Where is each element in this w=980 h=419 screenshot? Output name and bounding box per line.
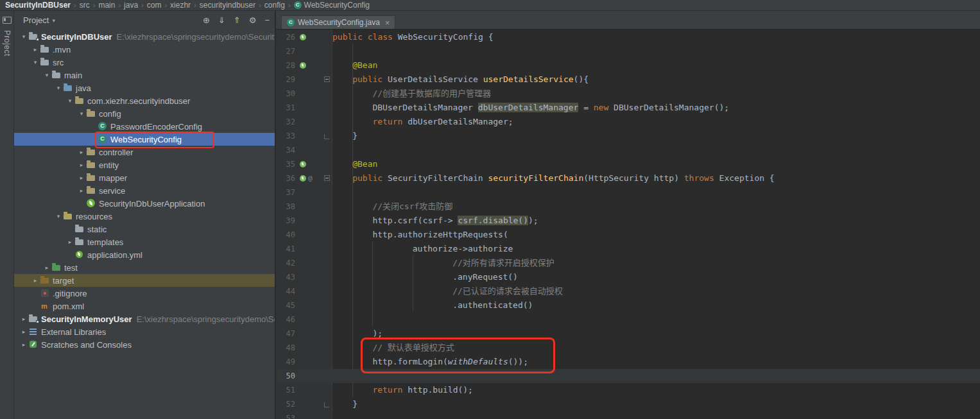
code-text[interactable]: // 默认表单授权方式 <box>332 341 980 355</box>
tree-item-passwordencoderconfig[interactable]: CPasswordEncoderConfig <box>14 120 275 133</box>
code-text[interactable] <box>332 312 980 327</box>
code-text[interactable]: @Bean <box>332 157 980 171</box>
code-text[interactable]: authorize->authorize <box>332 242 980 256</box>
chevron-right-icon[interactable]: ▸ <box>31 46 40 53</box>
code-text[interactable] <box>332 44 980 58</box>
breadcrumb-item-websecurityconfig[interactable]: CWebSecurityConfig <box>294 1 370 10</box>
chevron-right-icon[interactable]: ▸ <box>65 239 74 245</box>
tree-item-scratches-and-consoles[interactable]: ▸Scratches and Consoles <box>14 338 275 351</box>
code-text[interactable]: } <box>332 129 980 143</box>
code-text[interactable] <box>332 143 980 157</box>
code-text[interactable]: public class WebSecurityConfig { <box>332 30 980 44</box>
tree-item-pom-xml[interactable]: mpom.xml <box>14 300 275 312</box>
chevron-right-icon[interactable]: ▸ <box>77 162 86 168</box>
code-text[interactable]: DBUserDetailsManager dbUserDetailsManage… <box>332 101 980 115</box>
code-text[interactable]: //创建基于数据库的用户管理器 <box>332 87 980 101</box>
fold-minus-icon[interactable] <box>324 175 330 181</box>
tree-item-mapper[interactable]: ▸mapper <box>14 171 275 184</box>
chevron-right-icon[interactable]: ▸ <box>19 341 28 348</box>
chevron-down-icon[interactable]: ▾ <box>42 72 51 78</box>
tree-item-resources[interactable]: ▾resources <box>14 210 275 223</box>
tree-item-mvn[interactable]: ▸.mvn <box>14 43 275 56</box>
chevron-right-icon[interactable]: ▸ <box>31 277 40 284</box>
fold-end-icon[interactable] <box>324 402 329 407</box>
tab-websecurityconfig-java[interactable]: C WebSecurityConfig.java × <box>281 15 395 29</box>
code-text[interactable]: public SecurityFilterChain securityFilte… <box>332 171 980 185</box>
tree-item-controller[interactable]: ▸controller <box>14 146 275 158</box>
tree-item-target[interactable]: ▸target <box>14 274 275 287</box>
spring-bean-gutter-icon[interactable] <box>300 62 306 69</box>
fold-minus-icon[interactable] <box>324 76 330 82</box>
chevron-right-icon[interactable]: ▸ <box>77 149 86 155</box>
chevron-right-icon[interactable]: ▸ <box>42 264 51 271</box>
code-text[interactable] <box>332 185 980 200</box>
chevron-right-icon[interactable]: ▸ <box>19 316 28 322</box>
tree-item-application-yml[interactable]: application.yml <box>14 248 275 261</box>
code-text[interactable]: .anyRequest() <box>332 270 980 284</box>
tree-item-service[interactable]: ▸service <box>14 184 275 197</box>
spring-bean-gutter-icon[interactable] <box>300 175 306 182</box>
tree-item-test[interactable]: ▸test <box>14 261 275 274</box>
tree-item-static[interactable]: static <box>14 223 275 235</box>
breadcrumb-item-securityindbuser[interactable]: securityindbuser <box>200 1 255 10</box>
chevron-down-icon[interactable]: ▾ <box>54 213 63 219</box>
breadcrumb-item-src[interactable]: src <box>80 1 90 10</box>
chevron-right-icon[interactable]: ▸ <box>77 175 86 181</box>
expand-all-icon[interactable]: ⇓ <box>218 15 225 25</box>
tree-item-java[interactable]: ▾java <box>14 81 275 94</box>
chevron-right-icon[interactable]: ▸ <box>19 329 28 335</box>
breadcrumb-item-securityindbuser[interactable]: SecurityInDBUser <box>5 1 71 10</box>
spring-bean-gutter-icon[interactable] <box>300 34 306 40</box>
chevron-down-icon[interactable]: ▾ <box>31 59 40 65</box>
code-editor[interactable]: 26public class WebSecurityConfig {2728@B… <box>276 30 980 419</box>
code-text[interactable] <box>332 411 980 419</box>
tree-item-templates[interactable]: ▸templates <box>14 235 275 248</box>
code-text[interactable]: http.csrf(csrf-> csrf.disable()); <box>332 214 980 228</box>
select-opened-file-icon[interactable]: ⊕ <box>203 15 210 25</box>
tab-close-icon[interactable]: × <box>385 19 390 27</box>
folder-icon <box>74 237 85 247</box>
hide-panel-icon[interactable]: − <box>264 15 270 25</box>
chevron-down-icon[interactable]: ▾ <box>65 98 74 104</box>
breadcrumb-item-java[interactable]: java <box>124 1 138 10</box>
chevron-right-icon[interactable]: ▸ <box>77 187 86 194</box>
code-text[interactable]: @Bean <box>332 58 980 73</box>
tree-item-com-xiezhr-securityindbuser[interactable]: ▾com.xiezhr.securityindbuser <box>14 94 275 107</box>
tree-item-config[interactable]: ▾config <box>14 107 275 120</box>
tree-item-src[interactable]: ▾src <box>14 56 275 69</box>
tree-item-gitignore[interactable]: .gitignore <box>14 287 275 300</box>
code-text[interactable]: http.formLogin(withDefaults()); <box>332 355 980 369</box>
settings-icon[interactable]: ⚙ <box>249 15 257 25</box>
code-text[interactable]: .authenticated() <box>332 298 980 312</box>
code-text[interactable]: //对所有请求开启授权保护 <box>332 256 980 270</box>
project-stripe-button[interactable]: Project <box>3 30 12 56</box>
code-text[interactable] <box>332 369 980 383</box>
tree-item-securityindbuserapplication[interactable]: SecurityInDbUserApplication <box>14 197 275 210</box>
breadcrumb-item-xiezhr[interactable]: xiezhr <box>170 1 191 10</box>
code-text[interactable]: } <box>332 397 980 411</box>
code-text[interactable]: public UserDetailsService userDetailsSer… <box>332 73 980 87</box>
tree-item-main[interactable]: ▾main <box>14 69 275 81</box>
tool-window-icon[interactable] <box>3 17 12 24</box>
code-text[interactable]: //关闭csrf攻击防御 <box>332 200 980 214</box>
tree-item-websecurityconfig[interactable]: CWebSecurityConfig <box>14 133 275 146</box>
collapse-all-icon[interactable]: ⇑ <box>234 15 241 25</box>
tree-item-securityindbuser[interactable]: ▾SecurityInDBUserE:\xiezhrspace\springse… <box>14 30 275 43</box>
tree-item-entity[interactable]: ▸entity <box>14 158 275 171</box>
code-text[interactable]: ); <box>332 327 980 341</box>
code-text[interactable]: //已认证的请求会被自动授权 <box>332 284 980 298</box>
code-text[interactable]: return dbUserDetailsManager; <box>332 115 980 129</box>
fold-end-icon[interactable] <box>324 134 329 139</box>
breadcrumb-item-config[interactable]: config <box>264 1 285 10</box>
chevron-down-icon[interactable]: ▾ <box>54 85 63 91</box>
tree-item-external-libraries[interactable]: ▸External Libraries <box>14 325 275 338</box>
code-text[interactable]: return http.build(); <box>332 383 980 397</box>
spring-bean-gutter-icon[interactable] <box>300 161 306 167</box>
chevron-down-icon[interactable]: ▾ <box>19 33 28 40</box>
code-text[interactable]: http.authorizeHttpRequests( <box>332 228 980 242</box>
breadcrumb-item-main[interactable]: main <box>98 1 115 10</box>
breadcrumb-item-com[interactable]: com <box>147 1 162 10</box>
project-view-selector[interactable]: Project ▾ <box>23 15 55 25</box>
chevron-down-icon[interactable]: ▾ <box>77 110 86 117</box>
tree-item-securityinmemoryuser[interactable]: ▸SecurityInMemoryUserE:\xiezhrspace\spri… <box>14 312 275 325</box>
